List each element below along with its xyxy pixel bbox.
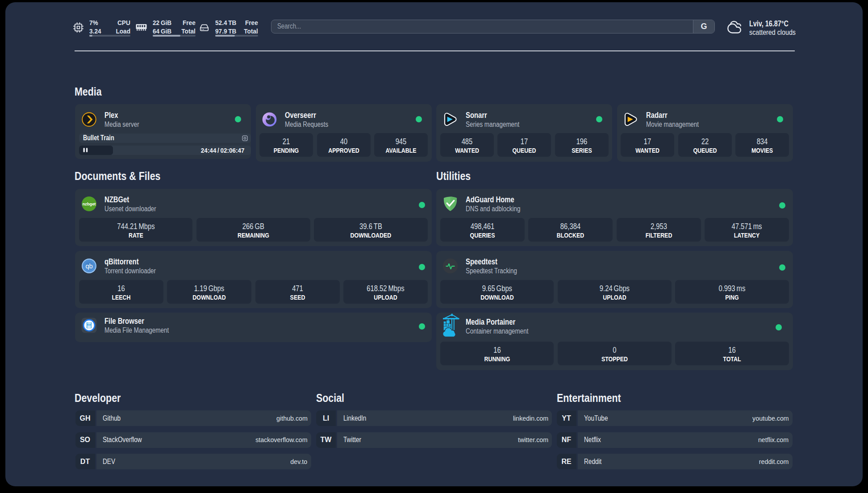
svg-text:nzbget: nzbget xyxy=(82,202,96,206)
svg-text:qb: qb xyxy=(85,263,92,270)
